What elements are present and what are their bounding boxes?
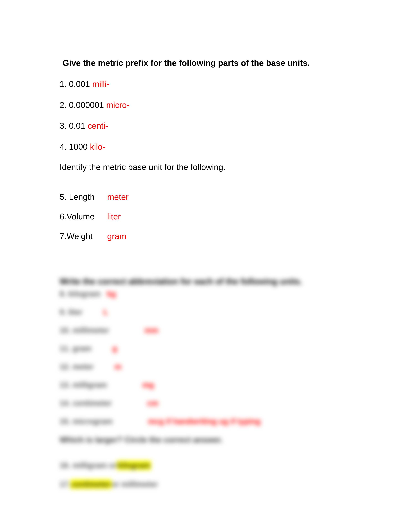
- q14-label: 14. centimeter: [60, 399, 112, 408]
- q17-highlight: centimeter: [70, 479, 112, 489]
- q10-answer: mm: [145, 326, 158, 335]
- section1-heading: Give the metric prefix for the following…: [60, 58, 351, 68]
- q7-label: 7.Weight: [60, 231, 107, 241]
- q6: 6.Volume liter: [60, 212, 351, 221]
- q11-answer: g: [112, 344, 117, 353]
- q8: 8. kilogramkg: [60, 289, 351, 298]
- q1-label: 1. 0.001: [60, 79, 92, 89]
- q12: 12. meterm: [60, 362, 351, 371]
- q3: 3. 0.01 centi-: [60, 120, 351, 131]
- q4-label: 4. 1000: [60, 142, 90, 151]
- q7: 7.Weight gram: [60, 231, 351, 241]
- q4: 4. 1000 kilo-: [60, 141, 351, 152]
- q8-answer: kg: [107, 289, 116, 298]
- q16-highlight: kilogram: [117, 461, 151, 470]
- q17-suffix: or millimeter: [112, 480, 158, 489]
- q15-answer: mcg if handwriting ug if typing: [148, 417, 261, 426]
- q2-answer: micro-: [106, 100, 130, 110]
- section3-heading: Write the correct abbreviation for each …: [60, 276, 351, 286]
- worksheet-page: Give the metric prefix for the following…: [0, 0, 411, 489]
- q13-label: 13. milligram: [60, 380, 107, 389]
- q2: 2. 0.000001 micro-: [60, 100, 351, 111]
- q12-answer: m: [115, 362, 121, 371]
- q16: 16. milligram or kilogram: [60, 461, 351, 470]
- q15-label: 15. microgram: [60, 417, 112, 426]
- q14-answer: cm: [147, 399, 158, 408]
- q6-label: 6.Volume: [60, 212, 107, 221]
- q16-prefix: 16. milligram or: [60, 461, 117, 470]
- q11-label: 11. gram: [60, 344, 91, 353]
- q13: 13. milligrammg: [60, 380, 351, 389]
- q17-prefix: 17.: [60, 480, 70, 489]
- q9-answer: L: [103, 308, 108, 316]
- q9-label: 9. liter: [60, 308, 82, 316]
- q5: 5. Length meter: [60, 192, 351, 202]
- section2-heading: Identify the metric base unit for the fo…: [60, 162, 351, 172]
- q3-answer: centi-: [87, 121, 108, 130]
- q15: 15. microgrammcg if handwriting ug if ty…: [60, 417, 351, 426]
- q14: 14. centimetercm: [60, 399, 351, 408]
- q11: 11. gramg: [60, 344, 351, 353]
- q17: 17. centimeter or millimeter: [60, 479, 351, 489]
- q7-answer: gram: [107, 231, 126, 241]
- q10: 10. millimetermm: [60, 326, 351, 335]
- q5-answer: meter: [107, 192, 129, 202]
- q4-answer: kilo-: [90, 142, 105, 151]
- q1: 1. 0.001 milli-: [60, 79, 351, 90]
- section4-heading: Which is larger? Circle the correct answ…: [60, 435, 351, 445]
- q5-label: 5. Length: [60, 192, 107, 202]
- q1-answer: milli-: [92, 79, 109, 89]
- blurred-preview: Write the correct abbreviation for each …: [60, 276, 351, 489]
- q3-label: 3. 0.01: [60, 121, 87, 130]
- q9: 9. literL: [60, 308, 351, 316]
- q12-label: 12. meter: [60, 362, 94, 371]
- q13-answer: mg: [142, 380, 154, 389]
- q6-answer: liter: [107, 212, 121, 221]
- q8-label: 8. kilogram: [60, 289, 100, 298]
- q10-label: 10. millimeter: [60, 326, 109, 335]
- q2-label: 2. 0.000001: [60, 100, 106, 110]
